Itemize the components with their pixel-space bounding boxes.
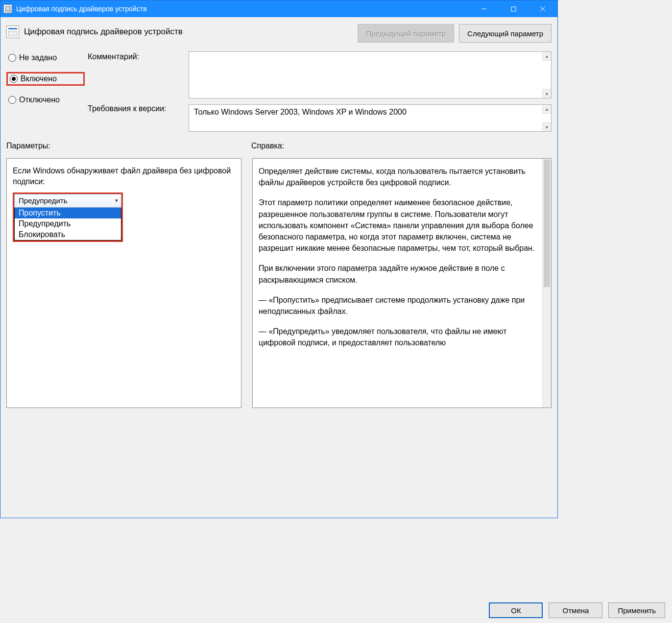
parameters-section-label: Параметры:: [6, 142, 241, 150]
parameters-pane: Если Windows обнаруживает файл драйвера …: [6, 158, 241, 408]
combo-option-warn[interactable]: Предупредить: [15, 218, 121, 229]
combobox-dropdown: Пропустить Предупредить Блокировать: [14, 208, 121, 240]
window-controls: [469, 0, 557, 17]
scroll-down-icon[interactable]: ▾: [542, 89, 551, 98]
help-pane: Определяет действие системы, когда польз…: [252, 158, 552, 408]
help-text: Определяет действие системы, когда польз…: [259, 166, 539, 348]
page-title: Цифровая подпись драйверов устройств: [24, 24, 353, 37]
radio-icon: [10, 75, 18, 83]
policy-icon: [6, 25, 19, 38]
scrollbar-thumb[interactable]: [544, 160, 550, 287]
maximize-button[interactable]: [499, 0, 528, 17]
action-combobox[interactable]: Предупредить ▾: [14, 194, 121, 208]
titlebar[interactable]: Цифровая подпись драйверов устройств: [0, 0, 557, 17]
comment-label: Комментарий:: [88, 51, 186, 61]
help-paragraph: При включении этого параметра задайте ну…: [259, 263, 539, 285]
help-paragraph: — «Предупредить» уведомляет пользователя…: [259, 326, 539, 348]
radio-disabled[interactable]: Отключено: [6, 95, 85, 105]
help-section-label: Справка:: [251, 142, 552, 150]
help-paragraph: Этот параметр политики определяет наимен…: [259, 197, 539, 254]
version-requirement-label: Требования к версии:: [88, 103, 186, 113]
comment-textarea[interactable]: ▴ ▾: [189, 51, 552, 98]
help-scrollbar[interactable]: [542, 159, 551, 407]
action-combo-highlight: Предупредить ▾ Пропустить Предупредить Б…: [13, 192, 123, 242]
close-button[interactable]: [528, 0, 557, 17]
parameter-description: Если Windows обнаруживает файл драйвера …: [13, 166, 235, 188]
version-requirement-text: Только Windows Server 2003, Windows XP и…: [194, 108, 407, 116]
window-title: Цифровая подпись драйверов устройств: [16, 5, 469, 13]
next-setting-button[interactable]: Следующий параметр: [459, 24, 552, 43]
combo-option-skip[interactable]: Пропустить: [15, 208, 121, 218]
svg-rect-1: [511, 7, 516, 11]
scroll-up-icon[interactable]: ▴: [542, 105, 551, 114]
radio-label: Включено: [21, 74, 57, 83]
scroll-down-icon[interactable]: ▾: [542, 122, 551, 131]
radio-icon: [8, 54, 16, 62]
app-icon: [3, 4, 12, 13]
radio-label: Не задано: [19, 53, 57, 62]
chevron-down-icon: ▾: [115, 197, 118, 204]
previous-setting-button: Предыдущий параметр: [358, 24, 454, 43]
version-requirement-box: Только Windows Server 2003, Windows XP и…: [189, 104, 552, 132]
combo-option-block[interactable]: Блокировать: [15, 229, 121, 240]
help-paragraph: Определяет действие системы, когда польз…: [259, 166, 539, 188]
scroll-up-icon[interactable]: ▴: [542, 52, 551, 61]
radio-enabled[interactable]: Включено: [6, 72, 85, 86]
radio-icon: [8, 96, 16, 104]
help-paragraph: — «Пропустить» предписывает системе прод…: [259, 294, 539, 317]
combobox-value: Предупредить: [19, 196, 68, 205]
radio-label: Отключено: [19, 96, 60, 104]
minimize-button[interactable]: [469, 0, 499, 17]
radio-not-configured[interactable]: Не задано: [6, 52, 85, 63]
